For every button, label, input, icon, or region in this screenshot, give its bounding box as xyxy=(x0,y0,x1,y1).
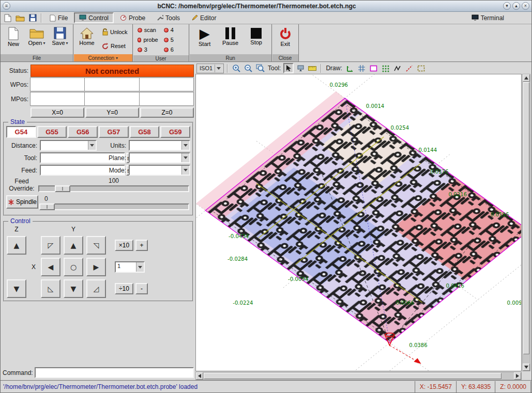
ruler-tool-button[interactable] xyxy=(307,63,317,73)
step-combo[interactable]: 1 xyxy=(115,261,145,273)
zoom-fit-button[interactable] xyxy=(255,63,265,73)
reset-button[interactable]: Reset xyxy=(99,39,130,53)
distance-combo[interactable] xyxy=(40,140,97,151)
mode-combo[interactable] xyxy=(129,165,190,176)
jog-up-left-button[interactable]: ◸ xyxy=(41,236,60,255)
new-button[interactable]: New xyxy=(3,25,24,49)
probe-label: 0.0176 xyxy=(430,169,449,175)
draw-workarea-button[interactable] xyxy=(416,63,427,73)
chevron-down-icon xyxy=(184,144,188,147)
margin-icon xyxy=(370,65,377,72)
draw-probe-button[interactable] xyxy=(381,63,391,73)
quick-open-button[interactable] xyxy=(14,13,26,23)
exit-button[interactable]: Exit xyxy=(275,25,296,49)
user-button-6[interactable]: 6 xyxy=(162,45,187,54)
tab-control[interactable]: Control xyxy=(74,12,114,23)
spindle-handle[interactable] xyxy=(39,203,55,210)
tab-probe[interactable]: Probe xyxy=(115,12,150,23)
ribbon: New Open▾ Save▾ File Home Unlock xyxy=(1,24,531,62)
user-button-1[interactable]: scan xyxy=(135,25,160,35)
jog-z-up-button[interactable]: ▲ xyxy=(7,236,26,255)
terminal-button[interactable]: Terminal xyxy=(468,12,507,23)
tab-file[interactable]: File xyxy=(44,12,73,23)
units-label: Units: xyxy=(98,142,127,149)
wcs-g56-button[interactable]: G56 xyxy=(68,126,98,138)
draw-rapid-button[interactable] xyxy=(404,63,415,73)
user-button-3[interactable]: 3 xyxy=(135,45,160,54)
command-input[interactable] xyxy=(35,367,194,378)
feed-override-slider[interactable]: 100 xyxy=(37,177,190,194)
wcs-g54-button[interactable]: G54 xyxy=(6,126,36,138)
step-plus-button[interactable]: + xyxy=(135,240,148,251)
spindle-slider[interactable]: 0 xyxy=(38,195,190,212)
step-div10-button[interactable]: ÷10 xyxy=(115,283,133,294)
jog-down-right-button[interactable]: ◿ xyxy=(86,279,106,298)
wcs-g59-button[interactable]: G59 xyxy=(160,126,190,138)
horizontal-scrollbar[interactable] xyxy=(195,372,522,380)
quick-save-button[interactable] xyxy=(27,13,38,23)
open-button[interactable]: Open▾ xyxy=(26,25,48,48)
wcs-g57-button[interactable]: G57 xyxy=(99,126,129,138)
jog-home-button[interactable]: ○ xyxy=(64,258,83,276)
jog-x-right-button[interactable]: ▶ xyxy=(86,258,106,276)
scroll-right-button[interactable] xyxy=(514,372,521,380)
zero-y-button[interactable]: Y=0 xyxy=(85,107,139,118)
zero-z-button[interactable]: Z=0 xyxy=(140,107,194,118)
window-close-button[interactable]: × xyxy=(522,2,529,10)
window-shade-button[interactable]: ▾ xyxy=(503,2,511,10)
feed-label: Feed: xyxy=(6,167,38,174)
canvas-view[interactable]: 0.02960.00140.02540.01440.01760.02160.01… xyxy=(195,74,522,371)
scroll-left-button[interactable] xyxy=(196,372,203,380)
wcs-g58-button[interactable]: G58 xyxy=(130,126,160,138)
draw-margin-button[interactable] xyxy=(369,63,379,73)
unlock-button[interactable]: Unlock xyxy=(99,25,130,39)
window-maximize-button[interactable]: ▴ xyxy=(512,2,520,10)
zero-x-button[interactable]: X=0 xyxy=(31,107,84,118)
step-mul10-button[interactable]: ×10 xyxy=(115,240,133,251)
spindle-trough[interactable] xyxy=(39,203,189,210)
vertical-scroll-thumb[interactable] xyxy=(523,82,529,354)
units-combo[interactable] xyxy=(129,140,190,151)
home-button[interactable]: Home xyxy=(76,25,98,48)
ribbon-group-label-connection[interactable]: Connection▾ xyxy=(74,54,132,61)
gantry-tool-button[interactable] xyxy=(295,63,306,73)
draw-paths-button[interactable] xyxy=(392,63,403,73)
draw-axes-button[interactable] xyxy=(345,63,355,73)
user-button-2[interactable]: probe xyxy=(135,35,160,44)
vertical-scrollbar[interactable] xyxy=(522,74,530,371)
feed-override-handle[interactable] xyxy=(55,185,70,192)
user-button-4[interactable]: 4 xyxy=(162,25,187,35)
pause-button[interactable]: Pause xyxy=(220,25,241,48)
zoom-in-button[interactable] xyxy=(231,63,241,73)
select-tool-button[interactable] xyxy=(283,63,294,73)
plane-combo[interactable] xyxy=(129,152,190,163)
view-select[interactable]: ISO1 xyxy=(196,64,224,73)
close-icon: × xyxy=(524,4,527,8)
stop-button[interactable]: Stop xyxy=(246,25,267,47)
spindle-button[interactable]: Spindle xyxy=(6,195,38,209)
jog-y-up-button[interactable]: ▲ xyxy=(64,236,83,255)
main-area: Status: Not connected WPos: MPos: X=0 Y=… xyxy=(1,62,531,380)
jog-down-left-button[interactable]: ◺ xyxy=(41,279,60,298)
jog-x-left-button[interactable]: ◀ xyxy=(41,258,60,276)
quick-new-button[interactable] xyxy=(2,13,13,23)
wcs-g55-button[interactable]: G55 xyxy=(37,126,67,138)
jog-z-down-button[interactable]: ▼ xyxy=(7,279,26,298)
jog-y-down-button[interactable]: ▼ xyxy=(64,279,83,298)
draw-grid-button[interactable] xyxy=(357,63,367,73)
scroll-down-button[interactable] xyxy=(523,364,530,371)
start-button[interactable]: ▶ Start xyxy=(194,25,216,49)
save-button[interactable]: Save▾ xyxy=(49,25,71,48)
zoom-out-button[interactable] xyxy=(243,63,253,73)
paths-icon xyxy=(393,65,401,72)
pcb-traces xyxy=(205,98,521,343)
jog-up-right-button[interactable]: ◹ xyxy=(86,236,106,255)
chevron-down-icon: ▾ xyxy=(116,56,118,60)
user-button-5[interactable]: 5 xyxy=(162,35,187,44)
tab-editor[interactable]: Editor xyxy=(186,12,221,23)
window-menu-button[interactable]: ≡ xyxy=(3,2,10,10)
scroll-up-button[interactable] xyxy=(523,74,530,82)
tab-tools[interactable]: Tools xyxy=(151,12,185,23)
step-minus-button[interactable]: - xyxy=(135,283,148,294)
horizontal-scroll-thumb[interactable] xyxy=(204,373,501,379)
